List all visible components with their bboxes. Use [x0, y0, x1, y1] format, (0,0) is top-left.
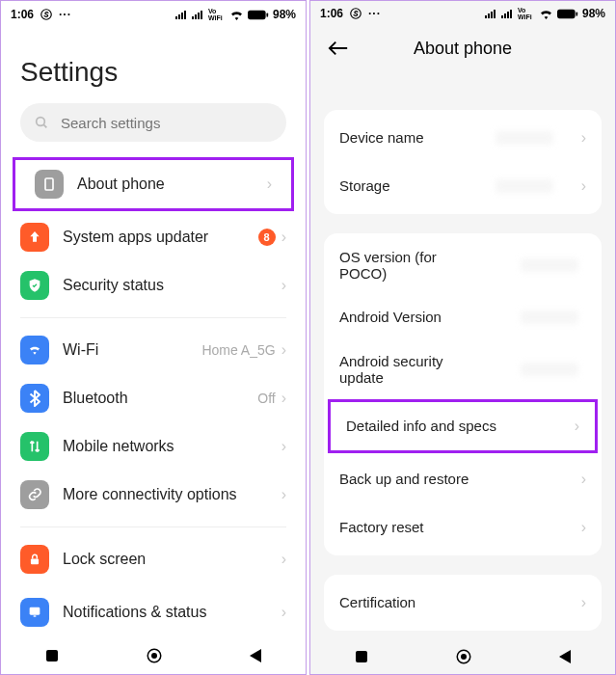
- svg-rect-5: [45, 178, 53, 190]
- signal-icon-2: [501, 9, 514, 18]
- row-about-phone[interactable]: About phone ›: [15, 160, 291, 208]
- row-certification[interactable]: Certification ›: [324, 579, 602, 627]
- phone-left-settings: 1:06 ··· Vo WiFi 98% Settings About phon: [0, 0, 307, 675]
- svg-rect-15: [356, 651, 367, 662]
- svg-rect-2: [266, 13, 268, 16]
- row-os-version[interactable]: OS version (for POCO): [324, 237, 602, 293]
- svg-point-11: [151, 653, 157, 659]
- chevron-right-icon: ›: [281, 390, 286, 407]
- chevron-right-icon: ›: [281, 551, 286, 568]
- row-label: Android security update: [339, 353, 475, 386]
- svg-rect-8: [34, 615, 37, 616]
- row-security-status[interactable]: Security status ›: [1, 261, 306, 310]
- row-factory-reset[interactable]: Factory reset ›: [324, 503, 602, 552]
- row-system-apps-updater[interactable]: System apps updater 8 ›: [1, 213, 306, 261]
- nav-back-icon[interactable]: [558, 649, 572, 664]
- row-security-update[interactable]: Android security update: [324, 341, 602, 397]
- chevron-right-icon: ›: [281, 229, 286, 246]
- nav-recents-icon[interactable]: [354, 649, 369, 664]
- battery-icon: [557, 9, 578, 19]
- bluetooth-icon: [20, 384, 49, 413]
- search-field[interactable]: [59, 114, 273, 132]
- row-device-name[interactable]: Device name ›: [324, 114, 602, 162]
- link-icon: [20, 480, 49, 509]
- battery-pct-label: 98%: [273, 8, 296, 21]
- wifi-icon: [539, 9, 553, 19]
- row-label: Security status: [63, 277, 281, 294]
- chevron-right-icon: ›: [281, 486, 286, 503]
- page-title: About phone: [353, 39, 602, 59]
- row-label: OS version (for POCO): [339, 249, 475, 282]
- update-badge: 8: [258, 229, 276, 246]
- svg-rect-1: [248, 10, 266, 18]
- row-label: Android Version: [339, 309, 475, 325]
- signal-icon-1: [485, 9, 497, 18]
- phone-right-about: 1:06 ··· Vo WiFi 98% About phone Device …: [309, 0, 616, 675]
- lock-icon: [20, 545, 49, 574]
- row-backup-restore[interactable]: Back up and restore ›: [324, 455, 602, 503]
- svg-rect-13: [557, 9, 576, 17]
- chevron-right-icon: ›: [581, 471, 586, 488]
- chevron-right-icon: ›: [281, 604, 286, 621]
- row-storage[interactable]: Storage ›: [324, 162, 602, 210]
- wifi-icon: [20, 336, 49, 364]
- back-arrow-icon[interactable]: [324, 40, 353, 56]
- search-icon: [34, 115, 49, 130]
- row-value: Home A_5G: [201, 342, 275, 358]
- nav-back-icon[interactable]: [249, 648, 262, 663]
- row-mobile-networks[interactable]: Mobile networks ›: [1, 422, 306, 471]
- highlight-detailed-info: Detailed info and specs ›: [328, 399, 598, 453]
- search-input[interactable]: [20, 103, 286, 142]
- nav-home-icon[interactable]: [146, 647, 163, 664]
- nav-home-icon[interactable]: [455, 648, 472, 665]
- blurred-value: [495, 131, 553, 145]
- chevron-right-icon: ›: [581, 519, 586, 536]
- svg-point-3: [37, 118, 45, 126]
- divider: [20, 526, 286, 527]
- card-device: Device name › Storage ›: [324, 110, 602, 214]
- row-value: Off: [257, 391, 275, 406]
- chevron-right-icon: ›: [281, 277, 286, 294]
- chevron-right-icon: ›: [581, 594, 586, 611]
- signal-icon-2: [192, 10, 204, 19]
- vowifi-label: Vo WiFi: [518, 7, 535, 20]
- chevron-right-icon: ›: [281, 438, 286, 455]
- row-more-connectivity[interactable]: More connectivity options ›: [1, 471, 306, 519]
- row-label: Bluetooth: [63, 390, 257, 407]
- row-bluetooth[interactable]: Bluetooth Off ›: [1, 374, 306, 422]
- whatsapp-icon: [40, 8, 53, 21]
- status-bar: 1:06 ··· Vo WiFi 98%: [310, 1, 615, 26]
- more-icon: ···: [59, 8, 71, 21]
- row-notifications[interactable]: Notifications & status ›: [1, 583, 306, 632]
- row-label: More connectivity options: [63, 485, 281, 503]
- shield-icon: [20, 271, 49, 300]
- row-lock-screen[interactable]: Lock screen ›: [1, 535, 306, 583]
- row-label: Mobile networks: [63, 438, 281, 455]
- whatsapp-icon: [349, 7, 362, 20]
- blurred-value: [521, 258, 578, 272]
- chevron-right-icon: ›: [581, 129, 586, 147]
- page-title: Settings: [1, 28, 306, 103]
- more-icon: ···: [368, 7, 381, 20]
- row-detailed-info[interactable]: Detailed info and specs ›: [331, 402, 595, 450]
- chevron-right-icon: ›: [281, 341, 286, 359]
- row-label: System apps updater: [63, 229, 258, 246]
- mobile-networks-icon: [20, 432, 49, 461]
- row-wifi[interactable]: Wi-Fi Home A_5G ›: [1, 326, 306, 374]
- row-android-version[interactable]: Android Version: [324, 293, 602, 341]
- card-certification: Certification ›: [324, 575, 602, 631]
- row-label: About phone: [77, 176, 267, 193]
- blurred-value: [521, 310, 578, 324]
- svg-rect-6: [31, 558, 39, 564]
- nav-recents-icon[interactable]: [44, 648, 60, 663]
- row-label: Certification: [339, 594, 581, 610]
- row-label: Notifications & status: [63, 604, 281, 621]
- notifications-icon: [20, 598, 49, 627]
- signal-icon-1: [175, 10, 188, 19]
- status-bar: 1:06 ··· Vo WiFi 98%: [1, 1, 306, 28]
- wifi-icon: [229, 10, 244, 20]
- blurred-value: [521, 363, 578, 376]
- chevron-right-icon: ›: [575, 418, 579, 435]
- page-header: About phone: [310, 26, 615, 71]
- row-label: Storage: [339, 177, 475, 194]
